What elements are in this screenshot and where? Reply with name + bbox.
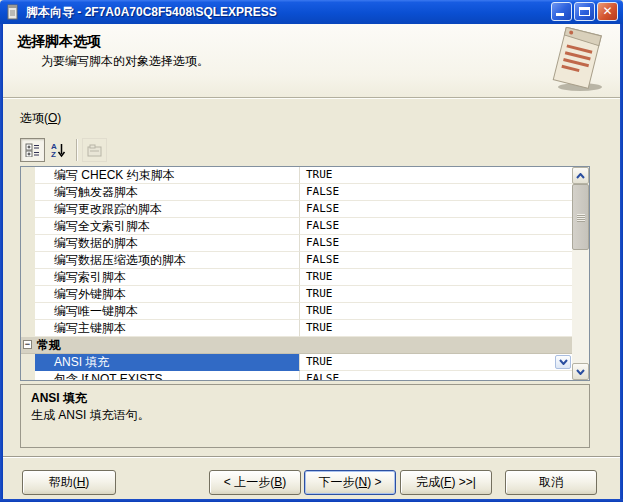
vertical-scrollbar[interactable] [572, 167, 589, 380]
grid-row[interactable]: 编写索引脚本TRUE [21, 269, 572, 286]
cancel-button[interactable]: 取消 [505, 470, 597, 495]
grid-row[interactable]: 编写更改跟踪的脚本FALSE [21, 201, 572, 218]
maximize-button[interactable] [574, 2, 595, 21]
script-scroll-icon [548, 27, 608, 93]
option-name-cell[interactable]: 编写全文索引脚本 [35, 218, 300, 235]
option-name-cell[interactable]: 编写数据压缩选项的脚本 [35, 252, 300, 269]
minimize-button[interactable] [551, 2, 572, 21]
alphabetical-sort-button[interactable]: A Z [45, 138, 70, 162]
wizard-app-icon [5, 4, 21, 20]
category-label: 常规 [37, 338, 61, 352]
scrollbar-thumb[interactable] [572, 184, 589, 250]
option-value-cell[interactable]: TRUE [300, 303, 572, 320]
option-value-cell[interactable]: TRUE [300, 354, 572, 371]
grid-row[interactable]: 包含 If NOT EXISTSFALSE [21, 371, 572, 380]
property-grid-toolbar: A Z [20, 138, 107, 164]
header-divider [3, 97, 620, 99]
property-pages-button[interactable] [82, 138, 107, 162]
option-name-cell[interactable]: 编写唯一键脚本 [35, 303, 300, 320]
grid-row[interactable]: 编写触发器脚本FALSE [21, 184, 572, 201]
toolbar-separator [76, 139, 78, 161]
chevron-up-icon [576, 173, 585, 179]
wizard-header: 选择脚本选项 为要编写脚本的对象选择选项。 [3, 24, 620, 98]
scroll-down-button[interactable] [572, 363, 589, 380]
row-margin-cell [21, 286, 35, 303]
row-margin-cell [21, 354, 35, 371]
window-border-left [0, 24, 3, 502]
grid-row[interactable]: 编写数据压缩选项的脚本FALSE [21, 252, 572, 269]
categorized-icon [25, 143, 41, 157]
row-margin-cell [21, 201, 35, 218]
description-title: ANSI 填充 [31, 390, 87, 407]
option-name-cell[interactable]: 编写外键脚本 [35, 286, 300, 303]
row-margin-cell [21, 218, 35, 235]
description-text: 生成 ANSI 填充语句。 [31, 407, 150, 424]
categorized-button[interactable] [20, 138, 45, 162]
option-name-cell[interactable]: 编写 CHECK 约束脚本 [35, 167, 300, 184]
grid-row[interactable]: 编写唯一键脚本TRUE [21, 303, 572, 320]
row-margin-cell [21, 371, 35, 380]
option-value-cell[interactable]: FALSE [300, 252, 572, 269]
option-name-cell[interactable]: 包含 If NOT EXISTS [35, 371, 300, 380]
chevron-down-icon [559, 359, 568, 365]
grid-row[interactable]: 编写 CHECK 约束脚本TRUE [21, 167, 572, 184]
window-title: 脚本向导 - 2F7A0A70C8F5408\SQLEXPRESS [26, 4, 277, 21]
back-button[interactable]: < 上一步(B) [209, 470, 301, 495]
maximize-icon [579, 7, 590, 16]
titlebar[interactable]: 脚本向导 - 2F7A0A70C8F5408\SQLEXPRESS ✕ [0, 0, 623, 24]
options-label: 选项(O) [20, 110, 61, 127]
row-margin-cell [21, 320, 35, 337]
page-title: 选择脚本选项 [17, 33, 101, 51]
grid-category-row[interactable]: −常规 [21, 337, 572, 354]
next-button[interactable]: 下一步(N) > [304, 470, 396, 495]
minus-box-icon[interactable]: − [23, 340, 32, 349]
option-value-cell[interactable]: FALSE [300, 235, 572, 252]
footer-divider [3, 456, 620, 458]
grid-rows: 编写 CHECK 约束脚本TRUE编写触发器脚本FALSE编写更改跟踪的脚本FA… [21, 167, 572, 380]
close-icon: ✕ [598, 3, 617, 20]
grid-row[interactable]: 编写外键脚本TRUE [21, 286, 572, 303]
option-value-cell[interactable]: FALSE [300, 218, 572, 235]
option-name-cell[interactable]: 编写更改跟踪的脚本 [35, 201, 300, 218]
option-value-cell[interactable]: TRUE [300, 320, 572, 337]
scroll-up-button[interactable] [572, 167, 589, 184]
value-dropdown-button[interactable] [555, 355, 571, 369]
row-margin-cell [21, 167, 35, 184]
row-margin-cell [21, 235, 35, 252]
option-name-cell[interactable]: 编写触发器脚本 [35, 184, 300, 201]
close-button[interactable]: ✕ [597, 2, 618, 21]
option-value-cell[interactable]: FALSE [300, 201, 572, 218]
svg-text:Z: Z [51, 150, 56, 158]
finish-button[interactable]: 完成(F) >>| [400, 470, 492, 495]
minimize-icon [556, 13, 564, 16]
chevron-down-icon [576, 369, 585, 375]
alphabetical-sort-icon: A Z [50, 142, 66, 158]
option-value-cell[interactable]: TRUE [300, 286, 572, 303]
grid-row[interactable]: 编写全文索引脚本FALSE [21, 218, 572, 235]
property-pages-icon [87, 144, 103, 157]
option-name-cell[interactable]: 编写主键脚本 [35, 320, 300, 337]
option-name-cell[interactable]: ANSI 填充 [35, 354, 300, 371]
grid-row[interactable]: ANSI 填充TRUE [21, 354, 572, 371]
row-margin-cell [21, 303, 35, 320]
options-property-grid: 编写 CHECK 约束脚本TRUE编写触发器脚本FALSE编写更改跟踪的脚本FA… [20, 166, 590, 381]
row-margin-cell [21, 252, 35, 269]
grid-row[interactable]: 编写主键脚本TRUE [21, 320, 572, 337]
option-value-cell[interactable]: TRUE [300, 269, 572, 286]
row-margin-cell [21, 269, 35, 286]
help-button[interactable]: 帮助(H) [22, 470, 116, 495]
option-value-cell[interactable]: TRUE [300, 167, 572, 184]
option-name-cell[interactable]: 编写数据的脚本 [35, 235, 300, 252]
page-subtitle: 为要编写脚本的对象选择选项。 [41, 53, 209, 70]
description-panel: ANSI 填充 生成 ANSI 填充语句。 [20, 384, 590, 448]
option-name-cell[interactable]: 编写索引脚本 [35, 269, 300, 286]
script-wizard-dialog: 脚本向导 - 2F7A0A70C8F5408\SQLEXPRESS ✕ 选择脚本… [0, 0, 623, 502]
option-value-cell[interactable]: FALSE [300, 371, 572, 380]
grid-row[interactable]: 编写数据的脚本FALSE [21, 235, 572, 252]
row-margin-cell [21, 184, 35, 201]
option-value-cell[interactable]: FALSE [300, 184, 572, 201]
scrollbar-grip [577, 214, 585, 222]
